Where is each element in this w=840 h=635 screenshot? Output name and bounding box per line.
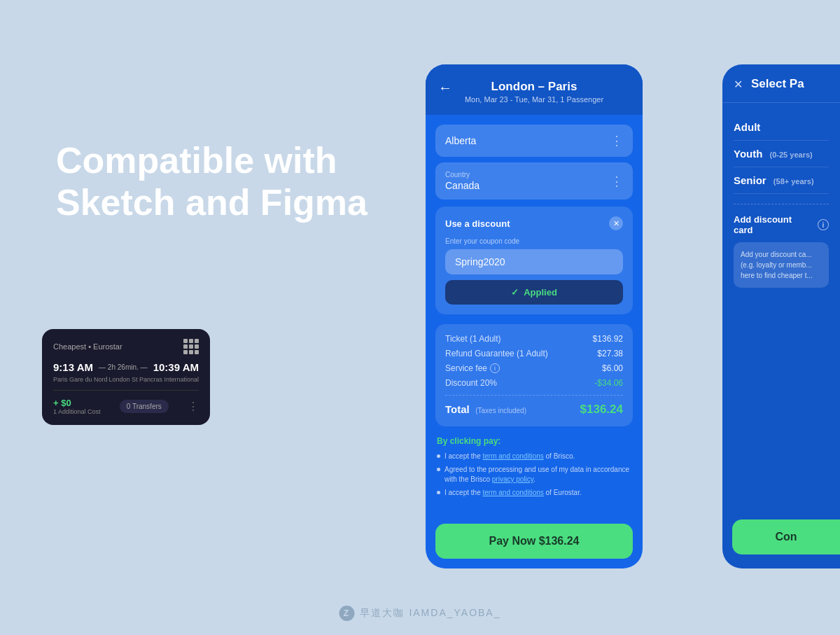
terms-item-2: Agreed to the processing and use of my d… [437, 465, 631, 484]
terms-section: By clicking pay: I accept the term and c… [435, 436, 633, 498]
country-value: Canada [445, 180, 479, 191]
continue-button[interactable]: Con [732, 519, 840, 554]
coupon-label: Enter your coupon code [445, 237, 623, 245]
phone-title: London – Paris [440, 80, 629, 94]
total-label: Total [445, 403, 470, 415]
phone-body: Alberta ⋮ Country Canada ⋮ Use a discoun… [426, 115, 643, 514]
discount-header: Use a discount ✕ [445, 216, 623, 230]
province-menu-icon[interactable]: ⋮ [610, 133, 623, 148]
terms-item-1: I accept the term and conditions of Bris… [437, 452, 631, 461]
phone-header: ← London – Paris Mon, Mar 23 - Tue, Mar … [426, 64, 643, 115]
youth-type[interactable]: Youth (0-25 years) [734, 141, 829, 167]
terms-item-3: I accept the term and conditions of Euro… [437, 488, 631, 498]
right-panel: ✕ Select Pa Adult Youth (0-25 years) Sen… [722, 64, 840, 568]
province-value: Alberta [445, 135, 476, 146]
refund-label: Refund Guarantee (1 Adult) [445, 349, 548, 358]
arrive-time: 10:39 AM [153, 361, 199, 373]
close-discount-button[interactable]: ✕ [609, 216, 623, 230]
country-dropdown[interactable]: Country Canada ⋮ [435, 162, 633, 200]
country-label: Country [445, 171, 479, 179]
discount-info-icon[interactable]: i [818, 219, 829, 230]
terms-link-2[interactable]: privacy policy [492, 475, 533, 483]
price-sub: 1 Additional Cost [53, 408, 101, 415]
card-label: Cheapest • Eurostar [53, 342, 122, 351]
depart-time: 9:13 AM [53, 361, 93, 373]
bullet-icon [437, 454, 440, 458]
discount-card-section: Add discount card i Add your discount ca… [734, 204, 829, 288]
discount-row: Discount 20% -$34.06 [445, 378, 623, 388]
watermark-logo: Z [339, 606, 354, 621]
terms-link-3[interactable]: term and conditions [482, 489, 543, 496]
terms-text-1: I accept the term and conditions of Bris… [444, 452, 575, 461]
total-value: $136.24 [580, 403, 623, 417]
pay-now-button[interactable]: Pay Now $136.24 [435, 524, 633, 559]
youth-label: Youth [734, 148, 762, 160]
right-panel-title: Select Pa [751, 77, 804, 91]
terms-title: By clicking pay: [437, 436, 631, 446]
back-arrow-icon[interactable]: ← [438, 80, 452, 96]
watermark: Z 早道大咖 IAMDA_YAOBA_ [339, 606, 500, 621]
transfers-pill: 0 Transfers [120, 400, 169, 413]
refund-row: Refund Guarantee (1 Adult) $27.38 [445, 349, 623, 358]
more-options-icon[interactable]: ⋮ [188, 400, 199, 413]
close-panel-button[interactable]: ✕ [734, 78, 743, 91]
terms-text-2: Agreed to the processing and use of my d… [444, 465, 631, 484]
hero-section: Compatible with Sketch and Figma [56, 140, 368, 224]
bullet-icon-3 [437, 491, 440, 494]
discount-label: Discount 20% [445, 378, 497, 388]
right-panel-header: ✕ Select Pa [722, 64, 840, 103]
card-price: + $0 [53, 398, 101, 408]
check-icon: ✓ [511, 287, 519, 298]
ticket-row: Ticket (1 Adult) $136.92 [445, 334, 623, 344]
province-group: Alberta ⋮ Country Canada ⋮ [435, 125, 633, 200]
price-breakdown: Ticket (1 Adult) $136.92 Refund Guarante… [435, 324, 633, 426]
bullet-icon-2 [437, 468, 440, 471]
watermark-text: 早道大咖 IAMDA_YAOBA_ [360, 607, 500, 620]
qr-icon [183, 339, 199, 354]
discount-card-title: Add discount card i [734, 214, 829, 235]
right-panel-body: Adult Youth (0-25 years) Senior (58+ yea… [722, 103, 840, 299]
hero-headline: Compatible with Sketch and Figma [56, 140, 368, 224]
senior-type[interactable]: Senior (58+ years) [734, 167, 829, 194]
duration: — 2h 26min. — [97, 363, 149, 371]
senior-ages: (58+ years) [774, 177, 814, 186]
main-phone-card: ← London – Paris Mon, Mar 23 - Tue, Mar … [426, 64, 643, 568]
total-row: Total (Taxes included) $136.24 [445, 395, 623, 417]
discount-card-desc: Add your discount ca...(e.g. loyalty or … [734, 242, 829, 288]
adult-type[interactable]: Adult [734, 114, 829, 141]
service-row: Service fee i $6.00 [445, 363, 623, 373]
small-train-card: Cheapest • Eurostar 9:13 AM — 2h 26min. … [42, 329, 210, 425]
applied-label: Applied [524, 287, 557, 298]
total-label-group: Total (Taxes included) [445, 403, 526, 416]
arrive-station: London St Pancras International [108, 376, 199, 383]
terms-text-3: I accept the term and conditions of Euro… [444, 488, 582, 498]
price-section: + $0 1 Additional Cost [53, 398, 101, 415]
travel-times: 9:13 AM — 2h 26min. — 10:39 AM [53, 361, 199, 373]
ticket-value: $136.92 [593, 334, 623, 344]
country-menu-icon[interactable]: ⋮ [610, 174, 623, 189]
applied-button: ✓ Applied [445, 280, 623, 305]
youth-ages: (0-25 years) [770, 151, 813, 159]
refund-value: $27.38 [597, 349, 623, 358]
service-info-icon[interactable]: i [490, 363, 500, 373]
depart-station: Paris Gare du Nord [53, 376, 108, 383]
total-taxes: (Taxes included) [475, 407, 526, 414]
discount-box: Use a discount ✕ Enter your coupon code … [435, 207, 633, 314]
service-value: $6.00 [602, 363, 623, 373]
ticket-label: Ticket (1 Adult) [445, 334, 501, 344]
province-dropdown[interactable]: Alberta ⋮ [435, 125, 633, 157]
discount-value: -$34.06 [594, 378, 623, 388]
terms-link-1[interactable]: term and conditions [482, 452, 543, 460]
card-footer: + $0 1 Additional Cost 0 Transfers ⋮ [53, 390, 199, 415]
phone-subtitle: Mon, Mar 23 - Tue, Mar 31, 1 Passenger [440, 95, 629, 104]
service-label: Service fee i [445, 363, 500, 373]
senior-label: Senior [734, 174, 766, 186]
discount-title: Use a discount [445, 218, 510, 229]
adult-label: Adult [734, 121, 760, 133]
small-card-header: Cheapest • Eurostar [53, 339, 199, 354]
coupon-input[interactable]: Spring2020 [445, 249, 623, 274]
